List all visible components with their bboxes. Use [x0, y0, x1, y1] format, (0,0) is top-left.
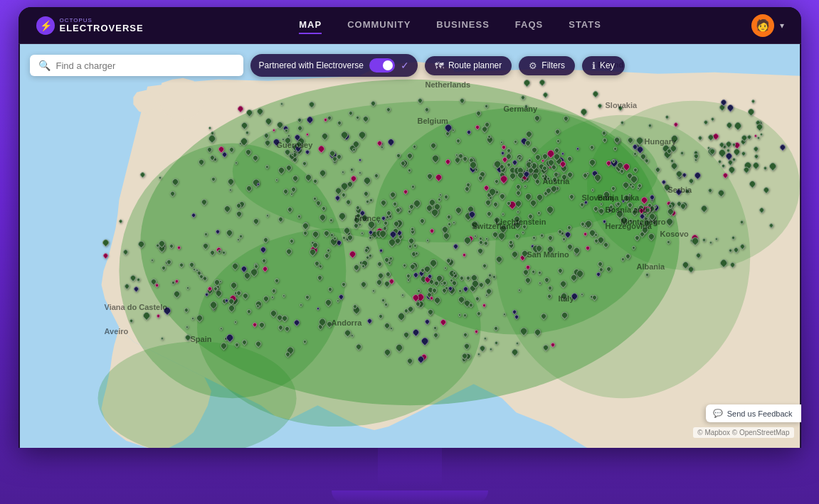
map-toolbar: 🔍 Partnered with Electroverse ✓ 🗺 Route …: [19, 54, 801, 77]
nav-community[interactable]: COMMUNITY: [347, 16, 411, 34]
svg-text:⚡: ⚡: [39, 20, 52, 32]
screen: ⚡ Octopus ELECTROVERSE MAP COMMUNITY BUS…: [19, 7, 801, 448]
partner-toggle[interactable]: [369, 58, 395, 73]
user-avatar[interactable]: 🧑: [751, 14, 774, 37]
partner-label: Partnered with Electroverse: [259, 60, 364, 70]
nav-stats[interactable]: STATS: [569, 16, 601, 34]
monitor-stand-neck: [378, 448, 442, 490]
nav-business[interactable]: BUSINESS: [436, 16, 489, 34]
key-button[interactable]: ℹ Key: [582, 56, 625, 75]
partner-badge: Partnered with Electroverse ✓: [250, 54, 418, 77]
chevron-down-icon[interactable]: ▾: [780, 21, 784, 31]
nav-map[interactable]: MAP: [299, 16, 322, 34]
map-attribution: © Mapbox © OpenStreetMap: [693, 427, 793, 438]
filters-label: Filters: [541, 60, 565, 70]
navbar: ⚡ Octopus ELECTROVERSE MAP COMMUNITY BUS…: [19, 7, 801, 44]
map-container: France Spain Germany Italy Switzerland A…: [19, 44, 801, 448]
nav-right: 🧑 ▾: [751, 14, 784, 37]
feedback-label: Send us Feedback: [727, 409, 793, 418]
filters-button[interactable]: ⚙ Filters: [519, 56, 575, 75]
key-icon: ℹ: [592, 60, 596, 71]
logo: ⚡ Octopus ELECTROVERSE: [36, 16, 144, 36]
search-box[interactable]: 🔍: [30, 55, 243, 76]
toggle-check-icon: ✓: [401, 60, 409, 71]
svg-point-10: [587, 101, 800, 271]
map-svg: [19, 44, 801, 448]
feedback-icon: 💬: [713, 409, 723, 418]
search-icon: 🔍: [38, 60, 51, 71]
monitor-stand-base: [332, 490, 488, 503]
logo-text: Octopus ELECTROVERSE: [60, 18, 144, 33]
nav-items: MAP COMMUNITY BUSINESS FAQS STATS: [172, 16, 729, 34]
filter-icon: ⚙: [529, 60, 537, 71]
logo-icon: ⚡: [36, 16, 56, 36]
send-feedback-button[interactable]: 💬 Send us Feedback: [706, 404, 801, 422]
key-label: Key: [600, 60, 615, 70]
search-input[interactable]: [56, 60, 235, 71]
monitor: ⚡ Octopus ELECTROVERSE MAP COMMUNITY BUS…: [19, 7, 801, 448]
route-planner-label: Route planner: [448, 60, 502, 70]
route-planner-button[interactable]: 🗺 Route planner: [425, 56, 512, 75]
nav-faqs[interactable]: FAQS: [515, 16, 543, 34]
route-icon: 🗺: [435, 60, 444, 71]
logo-bottom: ELECTROVERSE: [60, 23, 144, 33]
map-background[interactable]: France Spain Germany Italy Switzerland A…: [19, 44, 801, 448]
